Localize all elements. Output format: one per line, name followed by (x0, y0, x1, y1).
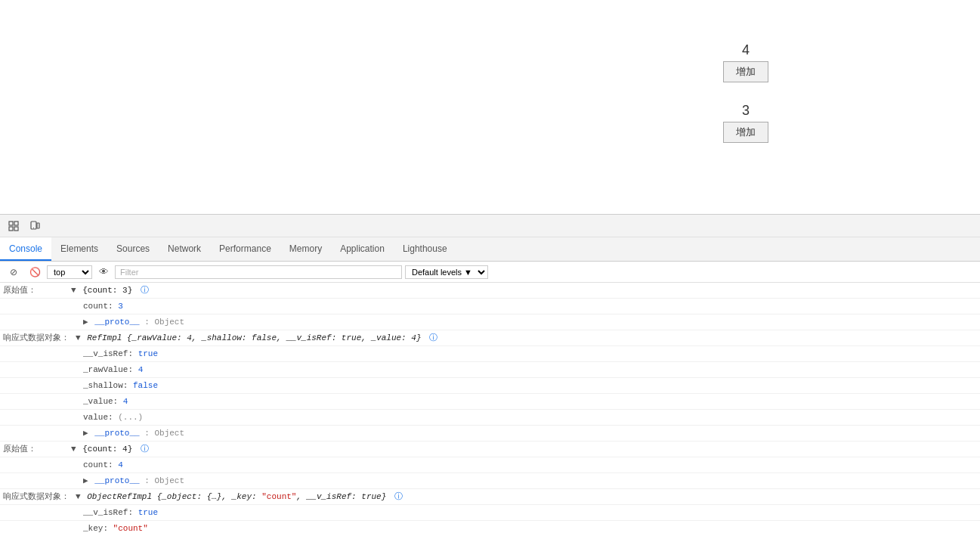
counter1-add-button[interactable]: 增加 (723, 61, 768, 82)
tab-application[interactable]: Application (331, 237, 394, 261)
console-line: _value: 4 (0, 394, 980, 410)
console-line: ▶ __proto__ : Object (0, 426, 980, 442)
eye-icon[interactable]: 👁 (95, 264, 112, 280)
console-line: 原始值： ▼ {count: 4} ⓘ (0, 442, 980, 457)
console-line: _rawValue: 4 (0, 362, 980, 378)
counter2-add-button[interactable]: 增加 (723, 122, 768, 143)
tab-network[interactable]: Network (159, 237, 210, 261)
console-line: count: 4 (0, 457, 980, 473)
console-line: _shallow: false (0, 378, 980, 394)
devtools-tabs: Console Elements Sources Network Perform… (0, 237, 980, 262)
device-icon[interactable] (24, 215, 45, 237)
devtools-panel: Console Elements Sources Network Perform… (0, 214, 980, 536)
context-select[interactable]: top (47, 265, 92, 279)
clear-console-button[interactable]: ⊘ (5, 264, 23, 280)
tab-performance[interactable]: Performance (210, 237, 280, 261)
info-icon[interactable]: ⓘ (141, 445, 149, 454)
console-line: _key: "count" (0, 521, 980, 536)
console-line: 原始值： ▼ {count: 3} ⓘ (0, 283, 980, 299)
console-line: value: (...) (0, 410, 980, 426)
levels-select[interactable]: Default levels ▼ (405, 265, 488, 279)
info-icon[interactable]: ⓘ (141, 286, 149, 295)
counter2-value: 3 (742, 91, 750, 122)
svg-rect-3 (14, 227, 18, 231)
counter1-value: 4 (742, 30, 750, 61)
console-output: 原始值： ▼ {count: 3} ⓘ count: 3 ▶ __proto__… (0, 283, 980, 536)
inspect-icon[interactable] (3, 215, 24, 237)
console-line: ▶ __proto__ : Object (0, 473, 980, 489)
tab-sources[interactable]: Sources (107, 237, 159, 261)
tab-lighthouse[interactable]: Lighthouse (394, 237, 456, 261)
console-filter-row: ⊘ 🚫 top 👁 Default levels ▼ (0, 262, 980, 283)
console-line: __v_isRef: true (0, 505, 980, 521)
counter-group-2: 3 增加 (723, 91, 768, 143)
tab-memory[interactable]: Memory (280, 237, 331, 261)
info-icon[interactable]: ⓘ (429, 333, 437, 342)
console-line: ▶ __proto__ : Object (0, 314, 980, 330)
console-line: 响应式数据对象： ▼ RefImpl {_rawValue: 4, _shall… (0, 330, 980, 346)
info-icon[interactable]: ⓘ (394, 492, 403, 501)
devtools-toolbar (0, 215, 980, 237)
console-line: __v_isRef: true (0, 346, 980, 362)
counter-group-1: 4 增加 (723, 30, 768, 82)
tab-elements[interactable]: Elements (51, 237, 107, 261)
svg-rect-0 (9, 222, 13, 225)
main-content: 4 增加 3 增加 (0, 0, 980, 214)
console-line: 响应式数据对象： ▼ ObjectRefImpl {_object: {…}, … (0, 489, 980, 505)
console-line: count: 3 (0, 299, 980, 314)
svg-rect-2 (9, 227, 13, 231)
block-icon[interactable]: 🚫 (26, 264, 44, 280)
svg-rect-6 (37, 223, 39, 228)
svg-rect-1 (14, 222, 18, 225)
filter-input[interactable] (115, 265, 402, 279)
tab-console[interactable]: Console (0, 237, 51, 261)
